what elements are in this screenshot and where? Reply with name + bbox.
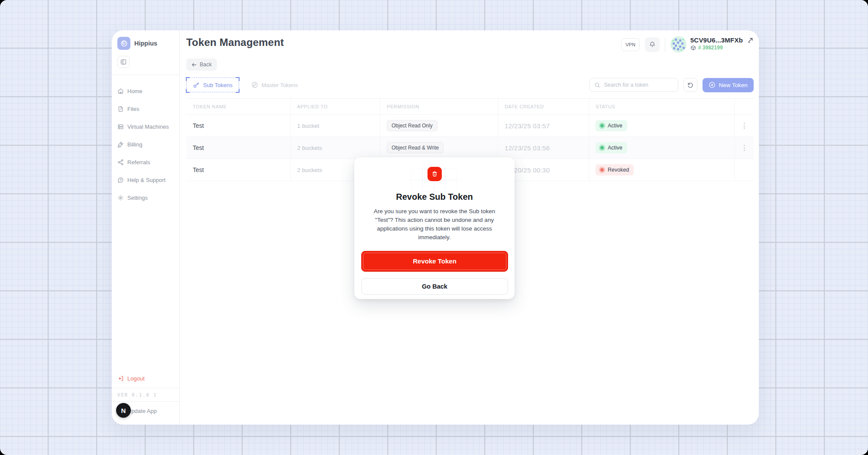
column-header-status: STATUS: [589, 99, 735, 114]
status-dot: [600, 124, 604, 127]
sidebar-item-label: Referrals: [127, 159, 150, 166]
applied-to: 2 buckets: [291, 137, 380, 159]
token-search: [589, 78, 678, 92]
status-badge: Revoked: [596, 164, 634, 176]
trash-icon: [428, 167, 442, 181]
home-icon: [117, 88, 124, 94]
selection-corner: [236, 77, 240, 81]
modal-body-text: Are you sure you want to revoke the Sub …: [367, 207, 502, 242]
selection-corner: [186, 89, 190, 93]
search-input[interactable]: [604, 82, 674, 88]
notifications-button[interactable]: [645, 37, 660, 52]
sidebar-item-label: Billing: [127, 141, 143, 148]
brand: Hippius: [117, 37, 174, 50]
divider: [665, 38, 665, 52]
vpn-badge[interactable]: VPN: [621, 38, 640, 51]
logout-button[interactable]: Logout: [112, 370, 179, 388]
sidebar-item-virtual-machines[interactable]: Virtual Machines: [117, 118, 174, 136]
server-icon: [117, 124, 124, 130]
tab-label: Sub Tokens: [203, 82, 233, 88]
block-cube-icon: [690, 45, 696, 51]
status-label: Active: [608, 145, 622, 151]
refresh-icon: [687, 81, 694, 88]
status-dot: [600, 168, 604, 172]
row-menu-button[interactable]: [741, 142, 748, 153]
tab-master-tokens[interactable]: Master Tokens: [245, 78, 304, 92]
avatar: [670, 36, 687, 52]
sidebar-item-billing[interactable]: Billing: [117, 136, 174, 153]
status-badge: Active: [596, 142, 627, 153]
bell-icon: [649, 41, 656, 48]
sidebar-collapse-button[interactable]: [117, 56, 130, 68]
sidebar-item-label: Help & Support: [127, 177, 165, 183]
sidebar-item-label: Virtual Machines: [127, 124, 169, 130]
new-token-button[interactable]: New Token: [703, 78, 754, 92]
status-dot: [600, 146, 604, 150]
column-header-token-name: TOKEN NAME: [186, 99, 291, 114]
master-key-icon: [251, 81, 258, 88]
arrow-left-icon: [191, 62, 197, 68]
account-id: 5CV9U6...3MFXb: [690, 36, 743, 44]
account-menu[interactable]: 5CV9U6...3MFXb # 3982199: [670, 36, 754, 52]
column-header-applied-to: APPLIED TO: [291, 99, 380, 114]
tab-label: Master Tokens: [262, 82, 298, 88]
applied-to: 1 bucket: [291, 115, 380, 136]
back-label: Back: [200, 62, 212, 68]
revoke-token-modal: Revoke Sub Token Are you sure you want t…: [354, 157, 515, 299]
back-button[interactable]: Back: [186, 58, 217, 71]
table-row: Test 1 bucket Object Read Only 12/23/25 …: [186, 115, 754, 137]
token-tabs: Sub Tokens Master Tokens: [186, 78, 304, 92]
sidebar-item-files[interactable]: Files: [117, 100, 174, 118]
account-number: # 3982199: [698, 45, 723, 51]
column-header-actions: [735, 99, 754, 114]
status-label: Active: [608, 123, 622, 129]
column-header-date-created: DATE CREATED: [498, 99, 589, 114]
sidebar-item-label: Files: [127, 106, 139, 112]
selection-corner: [186, 77, 190, 81]
status-label: Revoked: [608, 167, 629, 173]
refresh-button[interactable]: [683, 78, 697, 92]
brand-name: Hippius: [134, 40, 157, 47]
dev-tools-badge[interactable]: N: [116, 403, 131, 418]
selection-corner: [236, 89, 240, 93]
page-title: Token Management: [186, 36, 284, 49]
help-icon: [117, 177, 124, 183]
sidebar-nav: Home Files Virtual Machines Billing: [112, 75, 179, 207]
sidebar: Hippius Home: [112, 30, 180, 425]
table-header: TOKEN NAME APPLIED TO PERMISSION DATE CR…: [186, 99, 754, 115]
logout-label: Logout: [127, 375, 145, 382]
row-menu-button[interactable]: [741, 120, 748, 131]
table-row: Test 2 buckets Object Read & Write 12/23…: [186, 137, 754, 159]
go-back-button[interactable]: Go Back: [361, 278, 508, 295]
plus-circle-icon: [709, 81, 716, 88]
sidebar-item-help-support[interactable]: Help & Support: [117, 171, 174, 189]
column-header-permission: PERMISSION: [380, 99, 498, 114]
app-version: VER 0.1.8 1: [112, 388, 179, 401]
tab-sub-tokens[interactable]: Sub Tokens: [186, 78, 239, 92]
status-badge: Active: [596, 120, 627, 131]
sidebar-item-referrals[interactable]: Referrals: [117, 153, 174, 171]
new-token-label: New Token: [719, 82, 748, 88]
sidebar-item-label: Settings: [127, 195, 148, 201]
date-created: 12/23/25 03:57: [498, 115, 589, 136]
permission-chip: Object Read & Write: [387, 142, 444, 153]
hippius-logo-icon: [117, 37, 130, 50]
date-created: 12/23/25 03:56: [498, 137, 589, 159]
token-name: Test: [186, 115, 291, 136]
share-icon: [117, 159, 124, 166]
sidebar-item-label: Home: [127, 88, 143, 94]
gear-icon: [117, 195, 124, 201]
token-name: Test: [186, 159, 291, 181]
files-icon: [117, 106, 124, 112]
permission-chip: Object Read Only: [387, 120, 437, 131]
search-icon: [594, 82, 600, 88]
screen: Hippius Home: [0, 0, 868, 455]
token-name: Test: [186, 137, 291, 159]
external-link-icon[interactable]: [747, 37, 754, 43]
key-icon: [193, 81, 200, 88]
modal-title: Revoke Sub Token: [361, 192, 508, 202]
sidebar-item-settings[interactable]: Settings: [117, 189, 174, 207]
sidebar-item-home[interactable]: Home: [117, 82, 174, 100]
logout-icon: [117, 375, 124, 382]
revoke-token-button[interactable]: Revoke Token: [361, 251, 508, 272]
